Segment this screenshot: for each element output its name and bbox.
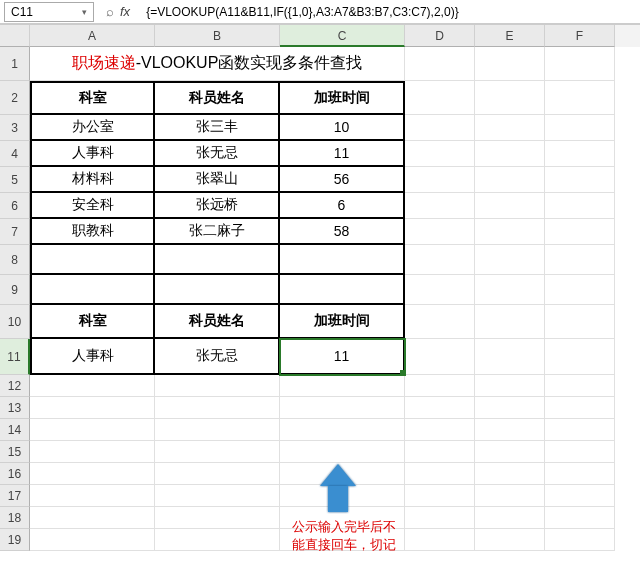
cell-B12[interactable] [155, 375, 280, 397]
row-header-13[interactable]: 13 [0, 397, 30, 419]
cell-E15[interactable] [475, 441, 545, 463]
cell-C13[interactable] [280, 397, 405, 419]
cell-F11[interactable] [545, 339, 615, 375]
cell-D17[interactable] [405, 485, 475, 507]
fx-icon[interactable]: fx [120, 4, 130, 19]
cell-D11[interactable] [405, 339, 475, 375]
cell-C9[interactable] [280, 275, 405, 305]
cell-B11[interactable]: 张无忌 [155, 339, 280, 375]
col-header-A[interactable]: A [30, 25, 155, 47]
row-header-1[interactable]: 1 [0, 47, 30, 81]
row-header-17[interactable]: 17 [0, 485, 30, 507]
cell-C4[interactable]: 11 [280, 141, 405, 167]
cell-C5[interactable]: 56 [280, 167, 405, 193]
cell-E3[interactable] [475, 115, 545, 141]
cell-A16[interactable] [30, 463, 155, 485]
cell-A6[interactable]: 安全科 [30, 193, 155, 219]
row-header-7[interactable]: 7 [0, 219, 30, 245]
cell-E4[interactable] [475, 141, 545, 167]
row-header-3[interactable]: 3 [0, 115, 30, 141]
cell-A18[interactable] [30, 507, 155, 529]
cell-A19[interactable] [30, 529, 155, 551]
cell-E7[interactable] [475, 219, 545, 245]
cell-A17[interactable] [30, 485, 155, 507]
cell-C10[interactable]: 加班时间 [280, 305, 405, 339]
cell-D13[interactable] [405, 397, 475, 419]
cell-F18[interactable] [545, 507, 615, 529]
cell-B18[interactable] [155, 507, 280, 529]
cell-F17[interactable] [545, 485, 615, 507]
cell-E2[interactable] [475, 81, 545, 115]
cell-F1[interactable] [545, 47, 615, 81]
cell-B4[interactable]: 张无忌 [155, 141, 280, 167]
cell-D6[interactable] [405, 193, 475, 219]
cell-C12[interactable] [280, 375, 405, 397]
cell-A2[interactable]: 科室 [30, 81, 155, 115]
row-header-12[interactable]: 12 [0, 375, 30, 397]
row-header-9[interactable]: 9 [0, 275, 30, 305]
cell-F7[interactable] [545, 219, 615, 245]
row-header-19[interactable]: 19 [0, 529, 30, 551]
cell-C7[interactable]: 58 [280, 219, 405, 245]
cell-F19[interactable] [545, 529, 615, 551]
row-header-16[interactable]: 16 [0, 463, 30, 485]
dropdown-icon[interactable]: ▾ [82, 7, 87, 17]
cell-D5[interactable] [405, 167, 475, 193]
row-header-10[interactable]: 10 [0, 305, 30, 339]
cell-B16[interactable] [155, 463, 280, 485]
cell-D2[interactable] [405, 81, 475, 115]
cell-D19[interactable] [405, 529, 475, 551]
cell-D3[interactable] [405, 115, 475, 141]
cell-B9[interactable] [155, 275, 280, 305]
cell-B3[interactable]: 张三丰 [155, 115, 280, 141]
cell-E19[interactable] [475, 529, 545, 551]
cell-F2[interactable] [545, 81, 615, 115]
cell-D14[interactable] [405, 419, 475, 441]
cell-E13[interactable] [475, 397, 545, 419]
select-all-corner[interactable] [0, 25, 30, 47]
cell-A12[interactable] [30, 375, 155, 397]
cell-B6[interactable]: 张远桥 [155, 193, 280, 219]
cell-F10[interactable] [545, 305, 615, 339]
cell-D4[interactable] [405, 141, 475, 167]
cell-F15[interactable] [545, 441, 615, 463]
col-header-C[interactable]: C [280, 25, 405, 47]
row-header-6[interactable]: 6 [0, 193, 30, 219]
cell-D10[interactable] [405, 305, 475, 339]
cell-C3[interactable]: 10 [280, 115, 405, 141]
cell-C14[interactable] [280, 419, 405, 441]
cell-F6[interactable] [545, 193, 615, 219]
cell-A13[interactable] [30, 397, 155, 419]
cell-F8[interactable] [545, 245, 615, 275]
cell-D9[interactable] [405, 275, 475, 305]
cell-A3[interactable]: 办公室 [30, 115, 155, 141]
title-cell[interactable]: 职场速递-VLOOKUP函数实现多条件查找 [30, 47, 405, 81]
cell-D8[interactable] [405, 245, 475, 275]
cell-A9[interactable] [30, 275, 155, 305]
cell-F16[interactable] [545, 463, 615, 485]
cell-E1[interactable] [475, 47, 545, 81]
cell-A11[interactable]: 人事科 [30, 339, 155, 375]
cell-B10[interactable]: 科员姓名 [155, 305, 280, 339]
cell-B2[interactable]: 科员姓名 [155, 81, 280, 115]
cell-D18[interactable] [405, 507, 475, 529]
cell-A15[interactable] [30, 441, 155, 463]
row-header-4[interactable]: 4 [0, 141, 30, 167]
col-header-D[interactable]: D [405, 25, 475, 47]
cell-D15[interactable] [405, 441, 475, 463]
col-header-E[interactable]: E [475, 25, 545, 47]
cell-E10[interactable] [475, 305, 545, 339]
row-header-14[interactable]: 14 [0, 419, 30, 441]
row-header-15[interactable]: 15 [0, 441, 30, 463]
cell-A10[interactable]: 科室 [30, 305, 155, 339]
row-header-11[interactable]: 11 [0, 339, 30, 375]
cell-A14[interactable] [30, 419, 155, 441]
cell-C8[interactable] [280, 245, 405, 275]
cell-E9[interactable] [475, 275, 545, 305]
fill-handle[interactable] [400, 370, 406, 376]
cell-E12[interactable] [475, 375, 545, 397]
cell-E6[interactable] [475, 193, 545, 219]
cell-C6[interactable]: 6 [280, 193, 405, 219]
cell-B7[interactable]: 张二麻子 [155, 219, 280, 245]
cell-B19[interactable] [155, 529, 280, 551]
